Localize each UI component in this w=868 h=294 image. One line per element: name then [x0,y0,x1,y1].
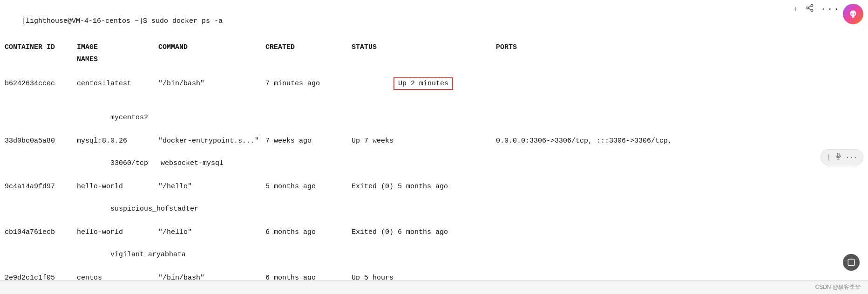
svg-rect-7 [837,153,839,157]
row2-command: "docker-entrypoint.s..." [158,136,265,147]
table-header-names: NAMES [5,54,859,65]
row1-created: 7 minutes ago [265,78,352,89]
row2-ports: 0.0.0.0:3306->3306/tcp, :::3306->3306/tc… [496,136,672,147]
row4-names: vigilant_aryabhata [110,251,186,259]
row3-container-id: 9c4a14a9fd97 [5,181,77,192]
row2-status: Up 7 weeks [352,136,496,147]
terminal-command: sudo docker ps -a [151,17,223,25]
row1-command: "/bin/bash" [158,78,265,89]
svg-line-3 [808,8,811,10]
row3-names: suspicious_hofstadter [110,205,198,213]
mic-widget[interactable]: | ··· [821,149,863,165]
top-right-toolbar: ＋ ··· [792,4,840,14]
add-icon[interactable]: ＋ [792,4,799,14]
terminal-prompt: [lighthouse@VM-4-16-centos ~]$ [21,17,151,25]
row1-line1: b6242634ccec centos:latest "/bin/bash" 7… [5,66,859,101]
table-row: 9c4a14a9fd97 hello-world "/hello" 5 mont… [5,181,859,226]
share-icon[interactable] [806,4,814,14]
header-command: COMMAND [158,42,265,53]
row4-line2: vigilant_aryabhata [5,238,859,272]
svg-point-5 [851,14,853,15]
table-row: b6242634ccec centos:latest "/bin/bash" 7… [5,66,859,135]
footer-label: CSDN @极客李华 [815,283,861,291]
row4-line1: cb104a761ecb hello-world "/hello" 6 mont… [5,227,859,238]
row4-container-id: cb104a761ecb [5,227,77,238]
header-names: NAMES [77,54,98,65]
status-highlighted-badge: Up 2 minutes [393,77,453,90]
header-status: STATUS [352,42,496,53]
row3-line2: suspicious_hofstadter [5,192,859,226]
row2-names: 33060/tcp websocket-mysql [110,159,224,167]
row4-created: 6 months ago [265,227,352,238]
header-image: IMAGE [77,42,158,53]
row4-image: hello-world [77,227,158,238]
row3-image: hello-world [77,181,158,192]
svg-point-2 [811,9,813,12]
row1-status: Up 2 minutes [352,66,496,101]
pipe-icon: | [827,154,830,161]
row3-command: "/hello" [158,181,265,192]
screen-icon[interactable] [843,254,860,271]
row2-container-id: 33d0bc0a5a80 [5,136,77,147]
header-container-id: CONTAINER ID [5,42,77,53]
more-options-mic-icon[interactable]: ··· [846,154,857,161]
svg-point-1 [807,7,809,9]
docker-table: CONTAINER ID IMAGE COMMAND CREATED STATU… [5,42,859,294]
ai-logo[interactable] [843,4,863,24]
table-row: 33d0bc0a5a80 mysql:8.0.26 "docker-entryp… [5,136,859,180]
svg-line-4 [808,6,811,7]
microphone-icon[interactable] [834,152,842,162]
row1-image: centos:latest [77,78,158,89]
footer-bar: CSDN @极客李华 [0,280,868,294]
row2-line2: 33060/tcp websocket-mysql [5,147,859,180]
header-created: CREATED [265,42,352,53]
row1-names: mycentos2 [110,114,148,122]
row2-image: mysql:8.0.26 [77,136,158,147]
header-ports: PORTS [496,42,589,53]
row3-status: Exited (0) 5 months ago [352,181,496,192]
row1-line2: mycentos2 [5,101,859,135]
row2-line1: 33d0bc0a5a80 mysql:8.0.26 "docker-entryp… [5,136,859,147]
row2-created: 7 weeks ago [265,136,352,147]
row1-container-id: b6242634ccec [5,78,77,89]
svg-point-0 [811,5,813,7]
svg-point-6 [854,14,855,15]
table-header: CONTAINER ID IMAGE COMMAND CREATED STATU… [5,42,859,53]
more-options-icon[interactable]: ··· [821,4,840,14]
row4-command: "/hello" [158,227,265,238]
terminal-area: [lighthouse@VM-4-16-centos ~]$ sudo dock… [0,0,868,294]
row4-status: Exited (0) 6 months ago [352,227,496,238]
row3-created: 5 months ago [265,181,352,192]
command-line: [lighthouse@VM-4-16-centos ~]$ sudo dock… [5,5,859,38]
table-row: cb104a761ecb hello-world "/hello" 6 mont… [5,227,859,272]
row3-line1: 9c4a14a9fd97 hello-world "/hello" 5 mont… [5,181,859,192]
svg-rect-10 [848,259,854,266]
